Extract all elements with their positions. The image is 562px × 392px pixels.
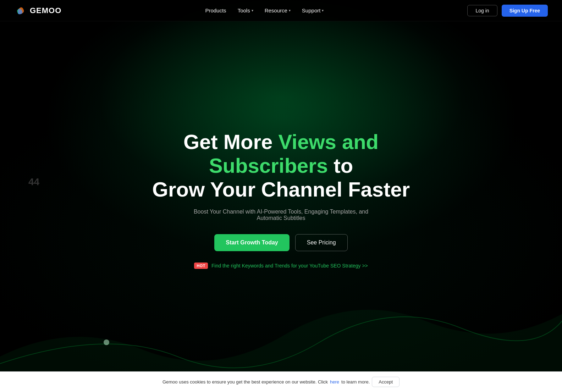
accept-cookies-button[interactable]: Accept [372, 377, 400, 387]
cookie-link[interactable]: here [330, 379, 339, 385]
nav-tools[interactable]: Tools ▾ [238, 7, 253, 13]
resource-chevron-icon: ▾ [289, 9, 291, 12]
start-growth-button[interactable]: Start Growth Today [214, 234, 289, 251]
nav-resource[interactable]: Resource ▾ [265, 7, 291, 13]
logo[interactable]: GEMOO [14, 4, 61, 17]
navbar-actions: Log in Sign Up Free [467, 5, 548, 17]
navbar: GEMOO Products Tools ▾ Resource ▾ Suppor… [0, 0, 562, 21]
hero-title: Get More Views and Subscribers to Grow Y… [121, 130, 441, 201]
tools-chevron-icon: ▾ [252, 9, 253, 12]
hero-subtitle: Boost Your Channel with AI-Powered Tools… [182, 209, 380, 221]
hero-hot-link[interactable]: HOT Find the right Keywords and Trends f… [194, 263, 368, 269]
svg-point-1 [104, 339, 109, 345]
logo-text: GEMOO [30, 6, 61, 15]
hot-badge: HOT [194, 263, 208, 269]
hero-stat-decoration: 44 [28, 176, 39, 188]
nav-products[interactable]: Products [205, 7, 226, 13]
cookie-bar: Gemoo uses cookies to ensure you get the… [0, 371, 562, 392]
cookie-text: Gemoo uses cookies to ensure you get the… [162, 379, 328, 385]
see-pricing-button[interactable]: See Pricing [295, 234, 348, 251]
signup-button[interactable]: Sign Up Free [502, 5, 548, 17]
cookie-text-2: to learn more. [341, 379, 370, 385]
hero-section: 44 Get More Views and Subscribers to Gro… [0, 0, 562, 392]
logo-icon [14, 4, 27, 17]
login-button[interactable]: Log in [467, 5, 497, 16]
hot-link-text[interactable]: Find the right Keywords and Trends for y… [211, 263, 368, 269]
support-chevron-icon: ▾ [322, 9, 324, 12]
nav-menu: Products Tools ▾ Resource ▾ Support ▾ [205, 7, 324, 13]
hero-buttons: Start Growth Today See Pricing [214, 234, 347, 251]
nav-support[interactable]: Support ▾ [302, 7, 324, 13]
